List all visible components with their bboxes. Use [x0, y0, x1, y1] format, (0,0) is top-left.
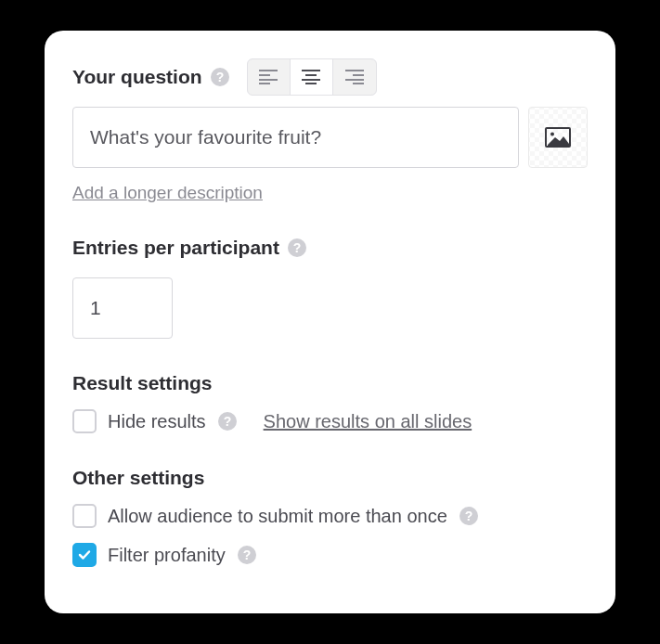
help-icon[interactable]: ?: [287, 238, 307, 258]
svg-rect-5: [259, 83, 270, 84]
filter-profanity-row: Filter profanity ?: [72, 543, 588, 567]
help-icon[interactable]: ?: [459, 506, 479, 526]
help-icon[interactable]: ?: [210, 67, 230, 87]
add-description-link[interactable]: Add a longer description: [72, 183, 263, 203]
help-icon[interactable]: ?: [217, 411, 238, 431]
filter-profanity-checkbox[interactable]: [72, 543, 97, 567]
svg-rect-9: [305, 83, 317, 84]
svg-text:?: ?: [242, 547, 251, 562]
svg-rect-11: [353, 74, 364, 76]
entries-label: Entries per participant: [72, 237, 279, 259]
svg-rect-4: [259, 79, 278, 81]
svg-rect-2: [259, 70, 278, 71]
entries-input[interactable]: [72, 277, 173, 339]
filter-profanity-label: Filter profanity: [108, 545, 226, 566]
result-settings-label: Result settings: [72, 372, 213, 393]
question-input-row: [72, 107, 588, 168]
svg-rect-13: [353, 83, 364, 84]
result-settings-section: Result settings Hide results ? Show resu…: [72, 372, 588, 433]
svg-text:?: ?: [464, 509, 472, 523]
hide-results-checkbox[interactable]: [72, 409, 97, 433]
svg-text:?: ?: [223, 414, 231, 429]
question-label-row: Your question ?: [72, 58, 588, 96]
align-left-button[interactable]: [248, 59, 291, 95]
svg-rect-3: [259, 74, 270, 76]
other-settings-label: Other settings: [72, 467, 204, 488]
svg-rect-6: [302, 70, 320, 71]
svg-rect-10: [345, 70, 364, 71]
allow-multiple-label: Allow audience to submit more than once: [108, 506, 447, 527]
hide-results-label: Hide results: [108, 411, 206, 432]
align-center-button[interactable]: [291, 59, 333, 95]
help-icon[interactable]: ?: [237, 545, 257, 565]
align-right-button[interactable]: [333, 59, 376, 95]
allow-multiple-row: Allow audience to submit more than once …: [72, 504, 588, 528]
entries-label-row: Entries per participant ?: [72, 237, 588, 259]
svg-rect-7: [305, 74, 317, 76]
svg-point-15: [550, 133, 554, 136]
question-label: Your question: [72, 66, 202, 88]
hide-results-group: Hide results ?: [72, 409, 238, 433]
add-image-button[interactable]: [528, 107, 588, 168]
svg-text:?: ?: [215, 70, 224, 84]
result-settings-row: Hide results ? Show results on all slide…: [72, 409, 588, 433]
show-results-all-slides-link[interactable]: Show results on all slides: [264, 411, 472, 432]
allow-multiple-checkbox[interactable]: [72, 504, 97, 528]
alignment-group: [247, 58, 377, 96]
svg-text:?: ?: [293, 240, 302, 255]
other-settings-section: Other settings Allow audience to submit …: [72, 467, 588, 567]
question-input[interactable]: [72, 107, 519, 168]
entries-section: Entries per participant ?: [72, 237, 588, 339]
svg-rect-12: [345, 79, 364, 81]
settings-panel: Your question ?: [45, 31, 615, 613]
svg-rect-8: [302, 79, 320, 81]
